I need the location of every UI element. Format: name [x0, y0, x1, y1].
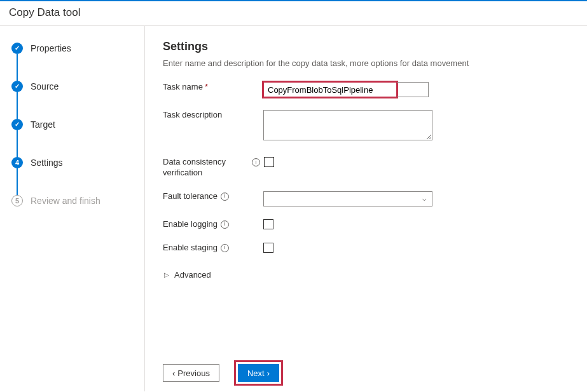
settings-heading: Settings — [163, 40, 569, 53]
step-label: Review and finish — [31, 196, 100, 206]
task-name-control — [263, 82, 569, 97]
button-label: Next — [247, 368, 265, 378]
advanced-label: Advanced — [174, 270, 211, 280]
step-label: Settings — [31, 158, 63, 168]
input-extension — [397, 82, 429, 97]
logging-label: Enable logging i — [163, 219, 263, 230]
info-icon[interactable]: i — [221, 244, 229, 252]
row-task-name: Task name * — [163, 82, 569, 97]
dcv-control: i — [252, 157, 569, 167]
info-icon[interactable]: i — [221, 193, 229, 201]
step-review[interactable]: 5 Review and finish — [11, 195, 138, 206]
logging-control — [263, 219, 569, 229]
fault-tolerance-select[interactable]: ⌵ — [263, 191, 432, 206]
info-icon[interactable]: i — [252, 158, 260, 166]
step-label: Source — [31, 81, 59, 91]
row-staging: Enable staging i — [163, 243, 569, 253]
step-target[interactable]: ✓ Target — [11, 119, 138, 130]
step-number-icon: 5 — [11, 195, 23, 206]
required-asterisk: * — [205, 82, 208, 93]
staging-control — [263, 243, 569, 253]
row-dcv: Data consistency verification i — [163, 157, 569, 179]
wizard-sidebar: ✓ Properties ✓ Source ✓ Target 4 Setting… — [0, 26, 145, 391]
step-source[interactable]: ✓ Source — [11, 81, 138, 92]
info-icon[interactable]: i — [221, 220, 229, 229]
next-button[interactable]: Next › — [238, 364, 279, 382]
task-desc-control — [263, 110, 569, 140]
row-logging: Enable logging i — [163, 219, 569, 230]
step-label: Target — [31, 119, 55, 130]
logging-checkbox[interactable] — [263, 219, 273, 229]
check-icon: ✓ — [11, 81, 23, 92]
advanced-toggle[interactable]: ▷ Advanced — [164, 270, 569, 280]
wizard-footer: ‹ Previous Next › — [163, 352, 569, 384]
fault-label: Fault tolerance i — [163, 191, 263, 202]
step-label: Properties — [31, 43, 71, 53]
page-title: Copy Data tool — [9, 6, 578, 19]
task-name-label: Task name * — [163, 82, 263, 93]
main-panel: Settings Enter name and description for … — [145, 26, 587, 391]
row-task-desc: Task description — [163, 110, 569, 140]
row-fault-tolerance: Fault tolerance i ⌵ — [163, 191, 569, 206]
label-text: Task name — [163, 82, 203, 93]
dcv-checkbox[interactable] — [264, 157, 274, 167]
task-description-input[interactable] — [263, 110, 432, 140]
chevron-left-icon: ‹ — [172, 368, 175, 378]
settings-subtext: Enter name and description for the copy … — [163, 58, 569, 68]
step-settings[interactable]: 4 Settings — [11, 157, 138, 168]
staging-label: Enable staging i — [163, 243, 263, 253]
chevron-right-icon: › — [267, 368, 270, 378]
task-name-input[interactable] — [263, 82, 397, 97]
main-layout: ✓ Properties ✓ Source ✓ Target 4 Setting… — [0, 26, 587, 391]
label-text: Enable logging — [163, 219, 218, 230]
next-button-highlight: Next › — [236, 362, 281, 384]
fault-control: ⌵ — [263, 191, 569, 206]
chevron-down-icon: ⌵ — [422, 194, 427, 203]
previous-button[interactable]: ‹ Previous — [163, 364, 219, 382]
label-text: Enable staging — [163, 243, 218, 253]
check-icon: ✓ — [11, 119, 23, 130]
task-desc-label: Task description — [163, 110, 263, 121]
dcv-label: Data consistency verification — [163, 157, 252, 179]
triangle-right-icon: ▷ — [164, 271, 169, 278]
label-text: Fault tolerance — [163, 191, 218, 202]
header-bar: Copy Data tool — [0, 0, 587, 26]
button-label: Previous — [177, 368, 210, 378]
staging-checkbox[interactable] — [263, 243, 273, 253]
step-number-icon: 4 — [11, 157, 23, 168]
check-icon: ✓ — [11, 43, 23, 54]
step-properties[interactable]: ✓ Properties — [11, 43, 138, 54]
